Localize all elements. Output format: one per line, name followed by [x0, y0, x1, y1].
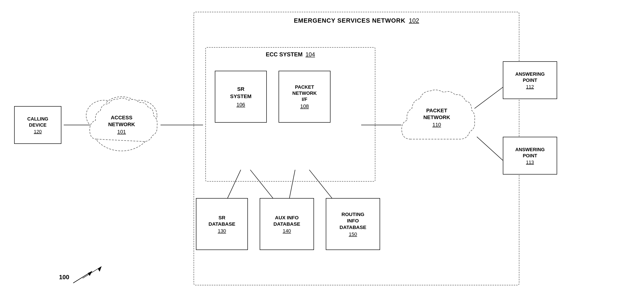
- routing-info-database-number: 150: [349, 231, 357, 237]
- routing-info-database-box: ROUTING INFO DATABASE 150: [326, 198, 380, 250]
- answering-point-112-label: ANSWERING POINT: [515, 71, 544, 83]
- answering-point-112-number: 112: [526, 84, 534, 90]
- answering-point-113-label: ANSWERING POINT: [515, 146, 544, 159]
- sr-database-box: SR DATABASE 130: [196, 198, 248, 250]
- aux-info-database-number: 140: [282, 228, 291, 234]
- packet-network-cloud: PACKETNETWORK 110: [396, 85, 477, 156]
- sr-system-number: 106: [236, 102, 245, 108]
- sr-database-label: SR DATABASE: [208, 214, 235, 227]
- answering-point-113-box: ANSWERING POINT 113: [503, 137, 557, 175]
- svg-marker-20: [88, 271, 92, 276]
- diagram: CALLING DEVICE 120 ACCESSNETWORK 101 EME…: [0, 0, 644, 308]
- access-network-number: 101: [85, 129, 158, 135]
- packet-network-if-label: PACKET NETWORK I/F: [292, 84, 316, 102]
- routing-info-database-label: ROUTING INFO DATABASE: [340, 211, 366, 230]
- packet-network-number: 110: [396, 122, 477, 128]
- sr-system-label: SR SYSTEM: [230, 86, 252, 100]
- packet-network-if-box: PACKET NETWORK I/F 108: [278, 71, 330, 123]
- access-network-cloud: ACCESSNETWORK 101: [85, 92, 158, 158]
- calling-device-box: CALLING DEVICE 120: [14, 106, 62, 144]
- diagram-label: 100: [59, 274, 69, 281]
- answering-point-112-box: ANSWERING POINT 112: [503, 61, 557, 99]
- emergency-services-label: EMERGENCY SERVICES NETWORK: [294, 17, 406, 24]
- emergency-services-number: 102: [409, 17, 419, 24]
- answering-point-113-number: 113: [526, 160, 534, 165]
- calling-device-label: CALLING DEVICE: [28, 116, 48, 128]
- calling-device-number: 120: [34, 129, 42, 134]
- sr-system-box: SR SYSTEM 106: [215, 71, 267, 123]
- aux-info-database-label: AUX INFO DATABASE: [273, 214, 300, 227]
- ecc-system-number: 104: [306, 51, 315, 57]
- access-network-label: ACCESSNETWORK: [85, 114, 158, 128]
- packet-network-label: PACKETNETWORK: [396, 107, 477, 121]
- diagram-number: 100: [59, 274, 69, 281]
- aux-info-database-box: AUX INFO DATABASE 140: [260, 198, 314, 250]
- sr-database-number: 130: [218, 228, 226, 234]
- diagram-arrow: [71, 269, 99, 288]
- packet-network-if-number: 108: [300, 103, 309, 109]
- ecc-system-label: ECC SYSTEM: [266, 51, 303, 57]
